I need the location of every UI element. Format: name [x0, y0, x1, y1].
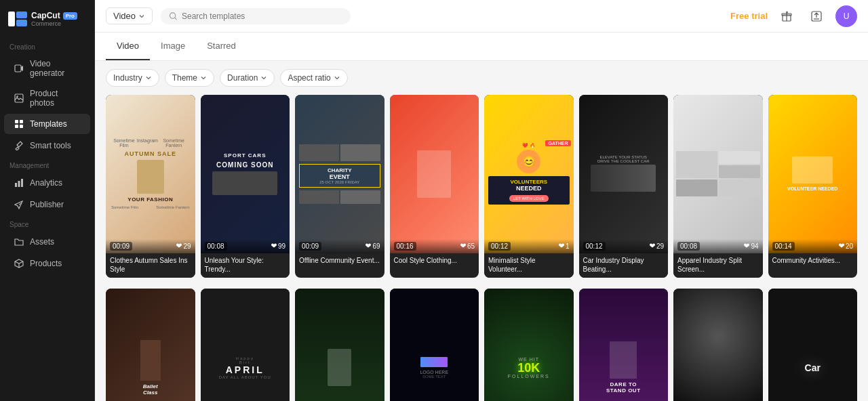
grid-icon: [14, 119, 24, 129]
template-title: Minimalist Style Volunteer...: [484, 253, 574, 278]
template-card[interactable]: DARE TOSTAND OUT 00:13 189 Strong Visual…: [579, 289, 669, 401]
sidebar-item-smart-tools[interactable]: Smart tools: [4, 135, 90, 156]
sidebar-label-product-photos: Product photos: [30, 89, 81, 108]
template-card[interactable]: HappyBirt APRIL DAY ALL ABOUT YOU 00:14 …: [201, 289, 290, 401]
template-thumbnail: 00:16 65: [390, 95, 479, 253]
management-section-label: Management: [0, 156, 94, 172]
template-card[interactable]: GATHER ❤️ 🔥 😊 VOLUNTEERS NEEDED LET WITH…: [484, 95, 574, 278]
svg-rect-0: [8, 12, 15, 26]
gift-icon-btn[interactable]: [776, 5, 797, 27]
template-thumbnail: 00:10 20: [295, 289, 384, 401]
search-bar: [161, 8, 351, 24]
capcut-logo-icon: [8, 12, 27, 26]
sidebar-item-assets[interactable]: Assets: [4, 232, 90, 252]
svg-rect-12: [21, 179, 23, 187]
chevron-down-icon: [145, 75, 152, 81]
template-card[interactable]: Sometime FilmInstagramSometime Fantern A…: [106, 95, 195, 278]
sidebar-label-publisher: Publisher: [30, 200, 64, 209]
template-card[interactable]: 00:09 1.4K Experience Innovation with...: [673, 289, 763, 401]
template-title: Offline Community Event...: [295, 253, 384, 269]
template-title: Car Industry Display Beating...: [579, 253, 669, 278]
svg-rect-10: [15, 183, 17, 187]
template-title: Unleash Your Style: Trendy...: [201, 253, 290, 278]
svg-point-5: [16, 96, 18, 97]
sidebar-item-products[interactable]: Products: [4, 253, 90, 274]
filter-industry[interactable]: Industry: [106, 69, 159, 87]
free-trial-btn[interactable]: Free trial: [730, 11, 768, 21]
export-icon-btn[interactable]: [806, 5, 827, 27]
sidebar-item-product-photos[interactable]: Product photos: [4, 84, 90, 112]
template-card[interactable]: 00:10 20 Birthday Party Promotion...: [295, 289, 384, 401]
search-input[interactable]: [182, 12, 342, 21]
main-content: Video Free trial U Video Image Starred: [95, 0, 868, 401]
template-title: Cool Style Clothing...: [390, 253, 479, 269]
filter-aspect-ratio[interactable]: Aspect ratio: [280, 69, 347, 87]
tab-video[interactable]: Video: [106, 33, 150, 60]
sidebar-label-video-generator: Video generator: [30, 59, 81, 78]
template-card[interactable]: WE HIT 10K FOLLOWERS 00:09 We Hit 10K Fo…: [484, 289, 574, 401]
sidebar-label-analytics: Analytics: [30, 178, 62, 188]
template-card[interactable]: ELEVATE YOUR STATUSDRIVE THE COOLEST CAR…: [579, 95, 669, 278]
template-card[interactable]: SPORT CARS COMING SOON 00:08 99 Unleash …: [201, 95, 290, 278]
chart-icon: [14, 177, 24, 188]
template-card[interactable]: 00:08 94 Apparel Industry Split Screen..…: [673, 95, 763, 278]
templates-grid-row2: BalletClass 00:08 16 Elegant style balle…: [95, 289, 868, 401]
filter-theme[interactable]: Theme: [165, 69, 214, 87]
chevron-down-icon: [200, 75, 207, 81]
template-thumbnail: BalletClass 00:08 16: [106, 289, 195, 401]
svg-point-13: [170, 12, 175, 18]
logo-text: CapCut: [31, 11, 60, 20]
template-title: Clothes Autumn Sales Ins Style: [106, 253, 195, 278]
template-card[interactable]: CHARITY EVENT 25 OCT 2026 FRIDAY 00:09: [295, 95, 384, 278]
svg-rect-11: [18, 181, 20, 187]
template-card[interactable]: BalletClass 00:08 16 Elegant style balle…: [106, 289, 195, 401]
sidebar-item-video-generator[interactable]: Video generator: [4, 54, 90, 83]
template-title: Community Activities...: [768, 253, 858, 269]
folder-icon: [14, 236, 24, 247]
chevron-down-icon: [260, 75, 267, 81]
avatar[interactable]: U: [835, 5, 857, 27]
template-thumbnail: DARE TOSTAND OUT 00:13 189: [579, 289, 669, 401]
logo-sub: Commerce: [31, 20, 77, 27]
video-icon: [14, 63, 24, 74]
templates-grid-row1: Sometime FilmInstagramSometime Fantern A…: [95, 95, 868, 289]
search-icon: [169, 12, 178, 21]
video-type-selector[interactable]: Video: [106, 7, 153, 24]
filter-duration[interactable]: Duration: [220, 69, 275, 87]
send-icon: [14, 199, 24, 210]
svg-rect-7: [20, 120, 23, 123]
sidebar-item-analytics[interactable]: Analytics: [4, 173, 90, 193]
box-icon: [14, 258, 24, 269]
creation-section-label: Creation: [0, 38, 94, 54]
filters-row: Industry Theme Duration Aspect ratio: [95, 61, 868, 95]
sidebar-label-templates: Templates: [30, 119, 67, 129]
tools-icon: [14, 140, 24, 151]
template-card[interactable]: VOLUNTEER NEEDED 00:14 20 Community Acti…: [768, 95, 858, 278]
sidebar-item-templates[interactable]: Templates: [4, 114, 90, 134]
logo-badge: Pro: [63, 12, 77, 20]
sidebar: CapCut Pro Commerce Creation Video gener…: [0, 0, 95, 401]
template-thumbnail: SPORT CARS COMING SOON 00:08 99: [201, 95, 290, 253]
tab-starred[interactable]: Starred: [196, 33, 247, 60]
template-card[interactable]: Car 00:09 1.3K Unleash Your Style: Trend…: [768, 289, 858, 401]
template-card[interactable]: 00:16 65 Cool Style Clothing...: [390, 95, 479, 278]
chevron-down-icon: [334, 75, 340, 81]
content-area: Video Image Starred Industry Theme Durat…: [95, 33, 868, 401]
template-thumbnail: WE HIT 10K FOLLOWERS 00:09: [484, 289, 574, 401]
space-section-label: Space: [0, 215, 94, 231]
sidebar-label-smart-tools: Smart tools: [30, 141, 71, 150]
video-selector-label: Video: [113, 11, 136, 21]
chevron-down-icon: [138, 13, 145, 20]
tab-image[interactable]: Image: [150, 33, 196, 60]
template-card[interactable]: LOGO HERE SOME TEXT 00:09 101 Logo Templ…: [390, 289, 479, 401]
svg-rect-9: [20, 125, 23, 128]
svg-rect-8: [15, 125, 18, 128]
template-thumbnail: Car 00:09 1.3K: [768, 289, 858, 401]
svg-rect-1: [16, 12, 27, 18]
logo-area: CapCut Pro Commerce: [0, 8, 94, 38]
sidebar-item-publisher[interactable]: Publisher: [4, 194, 90, 215]
template-thumbnail: 00:09 1.4K: [673, 289, 763, 401]
template-thumbnail: 00:08 94: [673, 95, 763, 253]
topbar: Video Free trial U: [95, 0, 868, 33]
template-thumbnail: VOLUNTEER NEEDED 00:14 20: [768, 95, 858, 253]
